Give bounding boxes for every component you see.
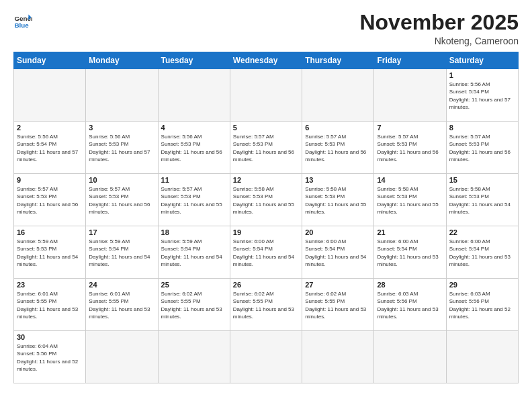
header: General Blue November 2025 Nkoteng, Came… — [13, 11, 519, 46]
day-info: Sunrise: 5:59 AMSunset: 5:54 PMDaylight:… — [161, 238, 227, 268]
day-info: Sunrise: 6:02 AMSunset: 5:55 PMDaylight:… — [305, 290, 371, 320]
calendar-day-cell — [158, 331, 230, 383]
calendar-day-cell: 9Sunrise: 5:57 AMSunset: 5:53 PMDaylight… — [14, 174, 86, 226]
calendar-day-cell — [302, 331, 374, 383]
calendar-week-row: 30Sunrise: 6:04 AMSunset: 5:56 PMDayligh… — [14, 331, 519, 383]
day-info: Sunrise: 5:56 AMSunset: 5:54 PMDaylight:… — [449, 81, 515, 111]
logo-icon: General Blue — [13, 11, 32, 30]
day-number: 28 — [377, 281, 443, 289]
calendar-table: SundayMondayTuesdayWednesdayThursdayFrid… — [13, 52, 519, 383]
day-number: 1 — [449, 71, 515, 79]
day-number: 15 — [449, 176, 515, 184]
day-info: Sunrise: 5:59 AMSunset: 5:54 PMDaylight:… — [89, 238, 154, 268]
day-number: 18 — [161, 228, 227, 236]
day-info: Sunrise: 5:57 AMSunset: 5:53 PMDaylight:… — [17, 185, 83, 216]
day-info: Sunrise: 5:56 AMSunset: 5:53 PMDaylight:… — [89, 133, 154, 163]
calendar-day-cell: 10Sunrise: 5:57 AMSunset: 5:53 PMDayligh… — [86, 174, 158, 226]
calendar-day-cell — [230, 69, 302, 122]
calendar-week-row: 23Sunrise: 6:01 AMSunset: 5:55 PMDayligh… — [14, 279, 519, 331]
day-number: 8 — [449, 124, 515, 132]
calendar-week-row: 9Sunrise: 5:57 AMSunset: 5:53 PMDaylight… — [14, 174, 519, 226]
calendar-day-cell — [374, 331, 446, 383]
calendar-day-cell: 18Sunrise: 5:59 AMSunset: 5:54 PMDayligh… — [158, 226, 230, 279]
calendar-day-cell: 28Sunrise: 6:03 AMSunset: 5:56 PMDayligh… — [374, 279, 446, 331]
calendar-day-cell: 19Sunrise: 6:00 AMSunset: 5:54 PMDayligh… — [230, 226, 302, 279]
day-number: 6 — [305, 124, 371, 132]
calendar-day-cell: 13Sunrise: 5:58 AMSunset: 5:53 PMDayligh… — [302, 174, 374, 226]
calendar-day-cell: 25Sunrise: 6:02 AMSunset: 5:55 PMDayligh… — [158, 279, 230, 331]
day-info: Sunrise: 6:01 AMSunset: 5:55 PMDaylight:… — [89, 290, 154, 320]
day-number: 26 — [233, 281, 299, 289]
day-number: 10 — [89, 176, 154, 184]
calendar-day-cell: 17Sunrise: 5:59 AMSunset: 5:54 PMDayligh… — [86, 226, 158, 279]
day-number: 5 — [233, 124, 299, 132]
calendar-day-cell — [158, 69, 230, 122]
calendar-day-cell: 2Sunrise: 5:56 AMSunset: 5:54 PMDaylight… — [14, 122, 86, 174]
day-info: Sunrise: 6:00 AMSunset: 5:54 PMDaylight:… — [233, 238, 299, 268]
day-number: 21 — [377, 228, 443, 236]
calendar-day-cell: 4Sunrise: 5:56 AMSunset: 5:53 PMDaylight… — [158, 122, 230, 174]
calendar-header-row: SundayMondayTuesdayWednesdayThursdayFrid… — [14, 52, 519, 69]
day-number: 25 — [161, 281, 227, 289]
day-info: Sunrise: 5:57 AMSunset: 5:53 PMDaylight:… — [89, 185, 154, 216]
day-number: 24 — [89, 281, 154, 289]
day-number: 3 — [89, 124, 154, 132]
calendar-day-cell — [14, 69, 86, 122]
calendar-week-row: 16Sunrise: 5:59 AMSunset: 5:53 PMDayligh… — [14, 226, 519, 279]
day-info: Sunrise: 6:03 AMSunset: 5:56 PMDaylight:… — [377, 290, 443, 320]
day-number: 19 — [233, 228, 299, 236]
calendar-week-row: 1Sunrise: 5:56 AMSunset: 5:54 PMDaylight… — [14, 69, 519, 122]
day-info: Sunrise: 5:57 AMSunset: 5:53 PMDaylight:… — [161, 185, 227, 216]
calendar-day-cell: 12Sunrise: 5:58 AMSunset: 5:53 PMDayligh… — [230, 174, 302, 226]
day-number: 2 — [17, 124, 83, 132]
day-number: 29 — [449, 281, 515, 289]
calendar-day-cell: 24Sunrise: 6:01 AMSunset: 5:55 PMDayligh… — [86, 279, 158, 331]
day-info: Sunrise: 5:58 AMSunset: 5:53 PMDaylight:… — [377, 185, 443, 216]
calendar-day-cell: 5Sunrise: 5:57 AMSunset: 5:53 PMDaylight… — [230, 122, 302, 174]
calendar-day-cell: 29Sunrise: 6:03 AMSunset: 5:56 PMDayligh… — [446, 279, 518, 331]
calendar-day-cell: 14Sunrise: 5:58 AMSunset: 5:53 PMDayligh… — [374, 174, 446, 226]
day-number: 9 — [17, 176, 83, 184]
calendar-day-cell: 6Sunrise: 5:57 AMSunset: 5:53 PMDaylight… — [302, 122, 374, 174]
calendar-day-cell — [86, 69, 158, 122]
title-block: November 2025 Nkoteng, Cameroon — [359, 11, 519, 46]
calendar-day-cell: 26Sunrise: 6:02 AMSunset: 5:55 PMDayligh… — [230, 279, 302, 331]
day-info: Sunrise: 5:57 AMSunset: 5:53 PMDaylight:… — [233, 133, 299, 163]
day-number: 11 — [161, 176, 227, 184]
calendar-day-cell — [374, 69, 446, 122]
calendar-day-cell: 16Sunrise: 5:59 AMSunset: 5:53 PMDayligh… — [14, 226, 86, 279]
calendar-day-cell: 11Sunrise: 5:57 AMSunset: 5:53 PMDayligh… — [158, 174, 230, 226]
day-number: 13 — [305, 176, 371, 184]
calendar-page: General Blue November 2025 Nkoteng, Came… — [0, 0, 532, 411]
calendar-day-cell: 7Sunrise: 5:57 AMSunset: 5:53 PMDaylight… — [374, 122, 446, 174]
calendar-day-cell: 21Sunrise: 6:00 AMSunset: 5:54 PMDayligh… — [374, 226, 446, 279]
calendar-day-cell: 3Sunrise: 5:56 AMSunset: 5:53 PMDaylight… — [86, 122, 158, 174]
day-number: 14 — [377, 176, 443, 184]
day-number: 27 — [305, 281, 371, 289]
day-number: 23 — [17, 281, 83, 289]
weekday-header: Sunday — [14, 52, 86, 69]
calendar-day-cell — [86, 331, 158, 383]
calendar-day-cell: 23Sunrise: 6:01 AMSunset: 5:55 PMDayligh… — [14, 279, 86, 331]
day-info: Sunrise: 6:02 AMSunset: 5:55 PMDaylight:… — [161, 290, 227, 320]
day-number: 7 — [377, 124, 443, 132]
svg-text:Blue: Blue — [14, 21, 29, 29]
day-info: Sunrise: 5:58 AMSunset: 5:53 PMDaylight:… — [305, 185, 371, 216]
day-number: 30 — [17, 333, 83, 341]
day-number: 16 — [17, 228, 83, 236]
day-number: 4 — [161, 124, 227, 132]
calendar-day-cell: 15Sunrise: 5:58 AMSunset: 5:53 PMDayligh… — [446, 174, 518, 226]
day-info: Sunrise: 6:04 AMSunset: 5:56 PMDaylight:… — [17, 342, 83, 373]
calendar-day-cell — [302, 69, 374, 122]
logo: General Blue — [13, 11, 32, 30]
day-info: Sunrise: 5:57 AMSunset: 5:53 PMDaylight:… — [377, 133, 443, 163]
calendar-day-cell: 22Sunrise: 6:00 AMSunset: 5:54 PMDayligh… — [446, 226, 518, 279]
day-info: Sunrise: 6:03 AMSunset: 5:56 PMDaylight:… — [449, 290, 515, 320]
day-number: 20 — [305, 228, 371, 236]
day-number: 22 — [449, 228, 515, 236]
weekday-header: Tuesday — [158, 52, 230, 69]
calendar-week-row: 2Sunrise: 5:56 AMSunset: 5:54 PMDaylight… — [14, 122, 519, 174]
weekday-header: Wednesday — [230, 52, 302, 69]
calendar-day-cell: 20Sunrise: 6:00 AMSunset: 5:54 PMDayligh… — [302, 226, 374, 279]
day-info: Sunrise: 5:59 AMSunset: 5:53 PMDaylight:… — [17, 238, 83, 268]
